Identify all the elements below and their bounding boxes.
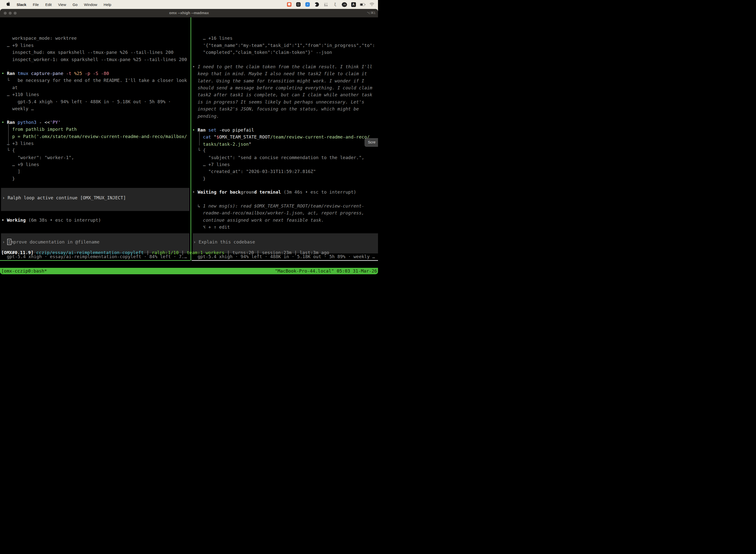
terminal-text-segment: -p -S -80 [82, 71, 109, 76]
terminal-text-segment: %25 [71, 71, 82, 76]
menu-item-view[interactable]: View [58, 2, 66, 7]
terminal-text-segment: "created_at": "2026-03-31T11:59:27.816Z" [192, 169, 316, 174]
terminal-line: inspect task2's JSON, focusing on the st… [192, 106, 359, 112]
terminal-text-segment [15, 120, 18, 125]
terminal-line: • Ran tmux capture-pane -t %25 -p -S -80 [1, 70, 109, 77]
terminal-line: cat "$OMX_TEAM_STATE_ROOT/team/review-cu… [192, 133, 370, 141]
battery-icon[interactable] [360, 2, 365, 7]
terminal-line: } [1, 175, 15, 182]
tmux-session-label: [omx-cczip0:bash* [1, 268, 47, 274]
terminal-text-segment: is in progress? It seems likely but perh… [192, 99, 364, 105]
network-bolt-icon[interactable]: ⚡ [305, 2, 310, 7]
terminal-text-segment: /team/review-current-readme-and-reco/ [270, 134, 370, 140]
terminal-line: └ { [1, 147, 15, 154]
terminal-text-segment: └ be necessary for the end of the README… [1, 78, 187, 83]
terminal-text-segment: later. Using the same for transition mig… [192, 78, 364, 84]
terminal-text-segment: team:1 workers [187, 250, 225, 255]
terminal-line: task2 after task1 is complete, but can I… [192, 91, 372, 98]
terminal-text-segment: • [192, 127, 198, 132]
terminal-text-segment: groun [241, 189, 254, 195]
terminal-line: • I need to get the claim token from the… [192, 63, 372, 70]
terminal-line: continue assigned work or next feasible … [192, 217, 324, 224]
terminal: workspace_mode: worktree … +9 lines insp… [0, 17, 378, 268]
keypad-shield-icon[interactable] [296, 2, 301, 7]
omx-status-row: [OMX#0.11.9] cczip/essay/ai-reimplementa… [1, 249, 329, 256]
terminal-text-segment: "subject": "send a concise recommendatio… [192, 155, 364, 160]
terminal-text-segment: • [1, 71, 7, 76]
terminal-line: • Waiting for background terminal (3m 46… [192, 189, 356, 196]
terminal-line: › Explain this codebase [193, 238, 255, 245]
badge-61-icon[interactable]: ..61 [341, 2, 347, 7]
terminal-text-segment: inspect_worker-1: omx sparkshell --tmux-… [1, 57, 187, 62]
terminal-text-segment: | [179, 250, 187, 255]
terminal-line: • Working (6m 38s • esc to interrupt) [1, 217, 101, 224]
apple-menu-icon[interactable] [6, 2, 10, 7]
terminal-text-segment: ] [1, 169, 20, 174]
terminal-text-segment: ⌥ + ↑ edit [192, 224, 230, 230]
menu-item-edit[interactable]: Edit [45, 2, 52, 7]
terminal-text-segment: › Ralph loop active continue [OMX_TMUX_I… [2, 195, 126, 200]
active-app-menu[interactable]: Slack [17, 2, 26, 7]
screen-tooltip: Scre [365, 138, 378, 147]
terminal-text-segment: set [208, 127, 216, 132]
terminal-line: gpt-5.4 xhigh · 94% left · 488K in · 5.1… [1, 98, 171, 105]
terminal-text-segment: › [2, 239, 8, 244]
terminal-text-segment: } [192, 176, 206, 181]
terminal-text-segment: python3 [18, 120, 37, 125]
terminal-line: inspect_hud: omx sparkshell --tmux-pane … [1, 49, 174, 56]
menu-item-window[interactable]: Window [84, 2, 97, 7]
terminal-text-segment: p = Path('.omx/state/team/review-current… [1, 134, 187, 139]
terminal-text-segment: cat [203, 134, 211, 140]
terminal-text-segment: … +9 lines [1, 162, 39, 167]
terminal-text-segment [15, 71, 18, 76]
terminal-line: weekly … [1, 105, 34, 112]
terminal-line: … +16 lines [192, 35, 233, 42]
terminal-text-segment: I need to get the claim token from the c… [198, 64, 372, 69]
terminal-text-segment: at [1, 85, 18, 90]
terminal-line: › Improve documentation in @filename [2, 238, 100, 245]
window-title-bar: omx --xhigh --madmax ⌥⌘1 [0, 9, 378, 17]
terminal-text-segment: 'PY' [50, 120, 61, 125]
terminal-text-segment: • [192, 189, 198, 195]
left-agent-pane: workspace_mode: worktree … +9 lines insp… [0, 17, 190, 261]
menu-item-file[interactable]: File [33, 2, 39, 7]
pane-divider[interactable] [190, 17, 191, 261]
squiggle-icon[interactable]: ξ [332, 2, 338, 7]
terminal-text-segment: mprove documentation in @filename [11, 239, 100, 244]
terminal-line: ⌥ + ↑ edit [192, 224, 230, 231]
terminal-text-segment: "worker": "worker-1", [1, 155, 74, 160]
terminal-line: workspace_mode: worktree [1, 35, 77, 42]
terminal-text-segment: should send a message before completing … [192, 85, 372, 90]
terminal-text-segment: OMX_TEAM_STATE_ROOT [219, 134, 270, 140]
terminal-text-segment: weekly … [1, 106, 34, 111]
screen-sharing-icon[interactable] [287, 2, 292, 7]
menu-item-help[interactable]: Help [104, 2, 111, 7]
terminal-text-segment: readme-and-reco/mailbox/worker-1.json, a… [192, 210, 364, 215]
terminal-text-segment [206, 127, 208, 132]
input-source-icon[interactable]: A [351, 2, 356, 7]
terminal-text-segment: • [1, 217, 7, 223]
right-pane-border [192, 260, 378, 261]
terminal-line: › Ralph loop active continue [OMX_TMUX_I… [2, 195, 126, 201]
wifi-icon[interactable] [369, 2, 375, 7]
terminal-line: should send a message before completing … [192, 85, 372, 91]
terminal-text-segment: └ { [1, 148, 15, 153]
terminal-line: • Ran set -euo pipefail [192, 126, 254, 133]
terminal-text-segment: d terminal [254, 189, 281, 195]
terminal-text-segment: › Explain this codebase [193, 239, 255, 244]
terminal-line: '{"team_name":"my-team","task_id":"1","f… [192, 42, 375, 49]
left-pane-border [0, 260, 190, 261]
terminal-line: at [1, 84, 18, 91]
pie-chart-icon[interactable] [314, 2, 319, 7]
terminal-line: } [192, 175, 206, 182]
terminal-line: tasks/task-2.json" [192, 141, 251, 148]
terminal-text-segment: … +9 lines [1, 43, 34, 48]
terminal-text-segment: (3m 46s • esc to interrupt) [281, 189, 356, 195]
menu-bar: Slack File Edit View Go Window Help ⚡ ξ … [0, 0, 378, 9]
terminal-text-segment: … +3 lines [1, 141, 34, 146]
terminal-text-segment: -t [63, 71, 71, 76]
menu-item-go[interactable]: Go [72, 2, 77, 7]
terminal-line: readme-and-reco/mailbox/worker-1.json, a… [192, 210, 364, 216]
terminal-text-segment: " [249, 142, 252, 147]
dots-grid-icon[interactable] [323, 2, 329, 7]
